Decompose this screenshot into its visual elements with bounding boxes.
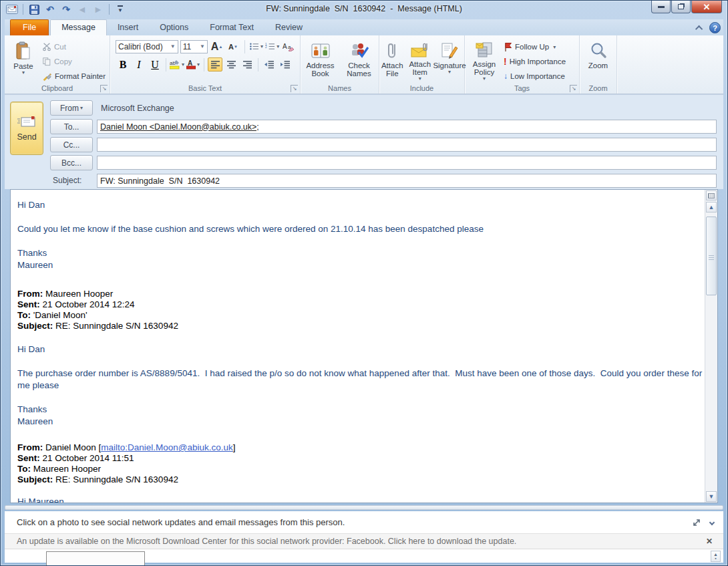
ribbon-right-controls: ? bbox=[697, 22, 721, 33]
tab-insert[interactable]: Insert bbox=[107, 20, 149, 35]
tab-message[interactable]: Message bbox=[50, 19, 107, 35]
cut-button[interactable]: Cut bbox=[42, 40, 106, 53]
shrink-font-button[interactable]: A▼ bbox=[226, 39, 240, 53]
bullets-button[interactable] bbox=[249, 39, 263, 53]
restore-icon bbox=[678, 4, 684, 9]
message-header: Send From Microsoft Exchange To... Danie… bbox=[5, 94, 723, 189]
cc-field[interactable] bbox=[97, 138, 717, 152]
group-zoom: Zoom Zoom bbox=[580, 35, 617, 94]
font-color-button[interactable]: A bbox=[186, 57, 200, 72]
italic-button[interactable]: I bbox=[132, 57, 146, 72]
paste-icon bbox=[15, 41, 32, 62]
high-importance-icon: ! bbox=[504, 57, 507, 66]
check-names-button[interactable]: Check Names bbox=[341, 37, 377, 81]
underline-button[interactable]: U bbox=[148, 57, 162, 72]
tab-options[interactable]: Options bbox=[149, 20, 199, 35]
update-banner-text[interactable]: An update is available on the Microsoft … bbox=[5, 537, 516, 546]
vertical-scrollbar[interactable]: ▲ ▼ bbox=[705, 190, 717, 503]
body-paragraph: Maureen bbox=[17, 259, 705, 271]
contact-photo-placeholder[interactable] bbox=[46, 551, 145, 566]
tab-review[interactable]: Review bbox=[264, 20, 313, 35]
signature-icon bbox=[440, 40, 459, 61]
mailto-link[interactable]: mailto:Daniel.Moon@abiuk.co.uk bbox=[101, 442, 233, 452]
cc-button[interactable]: Cc... bbox=[50, 137, 93, 152]
expand-pane-icon[interactable] bbox=[693, 519, 701, 527]
help-icon[interactable]: ? bbox=[709, 22, 721, 33]
group-clipboard: Paste Cut Copy Format Painter bbox=[5, 35, 110, 94]
format-painter-button[interactable]: Format Painter bbox=[42, 69, 106, 83]
tab-format-text[interactable]: Format Text bbox=[199, 20, 264, 35]
decrease-indent-button[interactable] bbox=[262, 57, 277, 72]
clear-formatting-button[interactable]: Aa bbox=[282, 39, 296, 53]
body-paragraph: Hi Dan bbox=[17, 199, 705, 211]
scroll-up-button[interactable]: ▲ bbox=[706, 202, 717, 213]
font-size-combobox[interactable]: 11 ▼ bbox=[180, 40, 208, 53]
align-center-button[interactable] bbox=[224, 57, 238, 72]
quoted-header-block: From: Maureen Hooper Sent: 21 October 20… bbox=[17, 289, 705, 331]
numbering-button[interactable]: 12 bbox=[265, 39, 279, 53]
divider bbox=[204, 58, 204, 72]
attach-item-button[interactable]: Attach Item bbox=[407, 37, 433, 81]
people-pane: Click on a photo to see social network u… bbox=[5, 511, 723, 533]
svg-text:2: 2 bbox=[265, 45, 267, 49]
address-book-button[interactable]: Address Book bbox=[303, 37, 339, 81]
attach-file-button[interactable]: Attach File bbox=[379, 37, 405, 81]
increase-indent-button[interactable] bbox=[278, 57, 293, 72]
ribbon-tab-row: File Message Insert Options Format Text … bbox=[5, 19, 723, 35]
svg-text:A: A bbox=[188, 59, 192, 67]
message-body[interactable]: Hi Dan Could you let me know if the base… bbox=[10, 189, 718, 503]
window-title: FW: Sunningdale S/N 1630942 - Message (H… bbox=[1, 4, 727, 13]
follow-up-button[interactable]: Follow Up bbox=[504, 40, 566, 53]
from-button[interactable]: From bbox=[50, 100, 93, 116]
body-paragraph: Could you let me know if the base cushio… bbox=[17, 223, 705, 235]
low-importance-button[interactable]: ↓ Low Importance bbox=[504, 69, 566, 83]
people-photo-strip: ▲▪ bbox=[5, 549, 723, 563]
message-body-text[interactable]: Hi Dan Could you let me know if the base… bbox=[11, 190, 705, 503]
banner-close-icon[interactable]: ✕ bbox=[706, 537, 723, 546]
assign-policy-button[interactable]: Assign Policy bbox=[469, 37, 500, 81]
update-banner: An update is available on the Microsoft … bbox=[5, 533, 723, 549]
bold-button[interactable]: B bbox=[116, 57, 130, 72]
to-field[interactable]: Daniel Moon <Daniel.Moon@abiuk.co.uk>; bbox=[97, 120, 717, 134]
scroll-down-button[interactable]: ▼ bbox=[706, 491, 717, 502]
chevron-down-icon[interactable] bbox=[709, 519, 715, 525]
to-recipient[interactable]: Daniel Moon <Daniel.Moon@abiuk.co.uk>; bbox=[100, 122, 259, 132]
zoom-button[interactable]: Zoom bbox=[582, 37, 614, 81]
align-left-button[interactable] bbox=[208, 57, 222, 72]
text-highlight-button[interactable]: ab bbox=[170, 57, 184, 72]
tab-file[interactable]: File bbox=[10, 19, 49, 35]
basic-text-dialog-launcher-icon[interactable]: ↘ bbox=[291, 85, 298, 92]
low-importance-icon: ↓ bbox=[504, 72, 508, 80]
close-button[interactable]: ✕ bbox=[691, 1, 722, 13]
body-paragraph: Thanks bbox=[17, 404, 705, 416]
attach-item-icon bbox=[410, 40, 430, 60]
signature-button[interactable]: Signature bbox=[435, 37, 464, 81]
people-pane-splitter[interactable] bbox=[5, 505, 723, 510]
bcc-button[interactable]: Bcc... bbox=[50, 155, 93, 170]
magnifier-icon bbox=[589, 40, 608, 61]
check-names-icon bbox=[350, 40, 369, 61]
to-button[interactable]: To... bbox=[50, 119, 93, 134]
quoted-header-block: From: Daniel Moon [mailto:Daniel.Moon@ab… bbox=[17, 442, 705, 485]
align-right-button[interactable] bbox=[240, 57, 254, 72]
high-importance-button[interactable]: ! High Importance bbox=[504, 55, 566, 68]
view-ruler-button[interactable] bbox=[706, 190, 717, 200]
minimize-button[interactable] bbox=[651, 1, 671, 13]
scrollbar-thumb[interactable] bbox=[706, 217, 717, 295]
address-book-icon bbox=[311, 40, 331, 61]
paste-button[interactable]: Paste bbox=[9, 37, 38, 82]
subject-field[interactable]: FW: Sunningdale S/N 1630942 bbox=[97, 174, 717, 188]
close-icon: ✕ bbox=[703, 2, 711, 12]
restore-button[interactable] bbox=[671, 1, 691, 13]
tags-dialog-launcher-icon[interactable]: ↘ bbox=[570, 85, 577, 92]
grow-font-button[interactable]: A▲ bbox=[210, 39, 224, 53]
people-scroll-stepper[interactable]: ▲▪ bbox=[711, 551, 721, 562]
send-button[interactable]: Send bbox=[10, 102, 43, 155]
copy-icon bbox=[42, 57, 51, 66]
body-paragraph: Hi Maureen bbox=[17, 496, 705, 503]
font-name-combobox[interactable]: Calibri (Bod) ▼ bbox=[116, 40, 178, 53]
body-paragraph: Maureen bbox=[17, 416, 705, 428]
clipboard-dialog-launcher-icon[interactable]: ↘ bbox=[100, 85, 108, 92]
bcc-field[interactable] bbox=[97, 156, 717, 170]
copy-button[interactable]: Copy bbox=[42, 55, 106, 68]
